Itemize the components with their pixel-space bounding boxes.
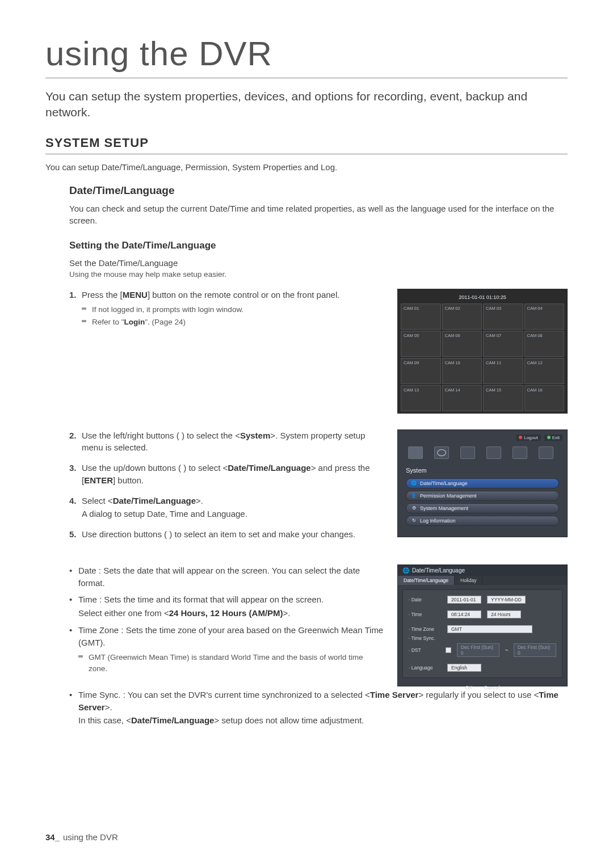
bullet-tz: Time Zone : Sets the time zone of your a… bbox=[69, 624, 384, 675]
green-dot-icon bbox=[547, 436, 551, 439]
page-footer: 34_using the DVR bbox=[45, 832, 118, 842]
step-text: Use the left/right buttons ( ) to select… bbox=[82, 431, 240, 440]
row-tz: Time Zone GMT bbox=[409, 625, 556, 633]
bullet-bold: Time Server bbox=[370, 690, 419, 700]
bullet-tail-bold: Date/Time/Language bbox=[131, 715, 214, 725]
step-bold: System bbox=[240, 431, 270, 440]
logout-label: Logout bbox=[524, 435, 538, 440]
bullet-tail-bold: 24 Hours, 12 Hours (AM/PM) bbox=[169, 608, 283, 618]
row-date: Date 2011-01-01 YYYY-MM-DD bbox=[409, 596, 556, 604]
step-sub: If not logged in, it prompts with login … bbox=[82, 304, 384, 315]
dtl-desc: You can check and setup the current Date… bbox=[69, 203, 568, 226]
bullet-tail-text: Select either one from < bbox=[78, 608, 169, 618]
date-time-dialog-screenshot: 🌐 Date/Time/Language Date/Time/Language … bbox=[397, 564, 568, 686]
label-lang: Language bbox=[409, 665, 442, 671]
row-lang: Language English bbox=[409, 664, 556, 672]
bullet-time: Time : Sets the time and its format that… bbox=[69, 593, 384, 620]
globe-icon: 🌐 bbox=[402, 567, 409, 574]
system-setup-desc: You can setup Date/Time/Language, Permis… bbox=[45, 162, 568, 172]
row-sync: Time Sync. bbox=[409, 635, 556, 641]
page-number: 34_ bbox=[45, 832, 60, 842]
step-num: 1. bbox=[69, 289, 77, 301]
step-bold: ENTER bbox=[84, 475, 113, 485]
bullet-sub: GMT (Greenwich Mean Time) is standard Wo… bbox=[78, 652, 384, 674]
bullet-tail-text: >. bbox=[283, 608, 291, 618]
lang-value: English bbox=[447, 664, 481, 672]
event-icon bbox=[486, 446, 501, 459]
cam-cell: CAM 02 bbox=[442, 304, 482, 330]
system-menu-screenshot: Logout Exit System 🌐Date/Time/Language 👤… bbox=[397, 429, 568, 537]
tilde-icon: ~ bbox=[505, 647, 508, 653]
cam-cell: CAM 01 bbox=[401, 304, 441, 330]
menu-icon-row bbox=[402, 444, 562, 465]
backup-icon bbox=[513, 446, 527, 459]
network-icon bbox=[539, 446, 553, 459]
cam-cell: CAM 14 bbox=[442, 385, 482, 411]
menu-item-sysmgmt: ⚙System Management bbox=[406, 503, 559, 513]
step-num: 2. bbox=[69, 429, 77, 442]
cam-cell: CAM 03 bbox=[483, 304, 523, 330]
date-format: YYYY-MM-DD bbox=[487, 596, 526, 604]
dvr-grid-screenshot: 2011-01-01 01:10:25 CAM 01 CAM 02 CAM 03… bbox=[397, 289, 568, 414]
tab-holiday: Holiday bbox=[455, 576, 482, 585]
dtl-heading: Date/Time/Language bbox=[69, 184, 568, 197]
dst-checkbox bbox=[446, 647, 451, 653]
globe-icon: 🌐 bbox=[411, 481, 417, 486]
date-value: 2011-01-01 bbox=[447, 596, 481, 604]
setting-line2: Using the mouse may help make setup easi… bbox=[69, 270, 568, 279]
bullet-tail-text: In this case, < bbox=[78, 715, 131, 725]
record-icon bbox=[460, 446, 475, 459]
cam-cell: CAM 04 bbox=[524, 304, 565, 330]
bullet-tail-text: > setup does not allow time adjustment. bbox=[214, 715, 364, 725]
menu-item-dtl: 🌐Date/Time/Language bbox=[406, 478, 559, 488]
system-heading: System bbox=[402, 465, 562, 476]
bullet-text: Time Zone : Sets the time zone of your a… bbox=[78, 625, 383, 647]
menu-item-permission: 👤Permission Management bbox=[406, 491, 559, 501]
red-dot-icon bbox=[519, 436, 522, 439]
cam-cell: CAM 11 bbox=[483, 358, 523, 384]
refresh-icon: ↻ bbox=[411, 518, 417, 524]
label-tz: Time Zone bbox=[409, 626, 442, 632]
bullet-sync: Time Sync. : You can set the DVR's curre… bbox=[69, 689, 568, 727]
cam-cell: CAM 07 bbox=[483, 331, 523, 357]
menu-item-label: System Management bbox=[420, 505, 468, 511]
label-sync: Time Sync. bbox=[409, 635, 442, 641]
bullet-text: >. bbox=[105, 702, 112, 712]
system-setup-heading: SYSTEM SETUP bbox=[45, 136, 568, 154]
exit-chip: Exit bbox=[544, 435, 562, 441]
camera-icon bbox=[434, 446, 449, 459]
dst-from: Dec First (Sun) 0 bbox=[457, 643, 499, 657]
setting-line1: Set the Date/Time/Language bbox=[69, 258, 568, 268]
menu-item-label: Log Information bbox=[420, 518, 456, 524]
dialog-title-bar: 🌐 Date/Time/Language bbox=[398, 565, 567, 576]
bullet-text: Time Sync. : You can set the DVR's curre… bbox=[78, 690, 370, 700]
step-5: 5. Use direction buttons ( ) to select a… bbox=[69, 528, 384, 541]
cam-cell: CAM 16 bbox=[524, 385, 565, 411]
step-sub-bold: Login bbox=[124, 318, 145, 326]
system-icon bbox=[408, 446, 423, 459]
menu-item-label: Date/Time/Language bbox=[420, 481, 468, 486]
step-sub-text: Refer to " bbox=[92, 318, 124, 326]
dialog-title: Date/Time/Language bbox=[412, 567, 465, 574]
bullet-text: Time : Sets the time and its format that… bbox=[78, 595, 324, 604]
step-num: 5. bbox=[69, 528, 77, 541]
step-bold: Date/Time/Language bbox=[228, 463, 310, 473]
dst-to: Dec First (Sun) 0 bbox=[514, 643, 556, 657]
user-icon: 👤 bbox=[411, 493, 417, 499]
cam-cell: CAM 15 bbox=[483, 385, 523, 411]
step-sub-text: ". (Page 24) bbox=[145, 318, 186, 326]
cam-cell: CAM 12 bbox=[524, 358, 565, 384]
bullet-text: > regularly if you select to use < bbox=[418, 690, 539, 700]
menu-item-log: ↻Log Information bbox=[406, 516, 559, 526]
exit-label: Exit bbox=[552, 435, 560, 440]
bullet-tail: In this case, <Date/Time/Language> setup… bbox=[78, 714, 568, 727]
cam-cell: CAM 08 bbox=[524, 331, 565, 357]
setting-heading: Setting the Date/Time/Language bbox=[69, 240, 568, 251]
tab-dtl: Date/Time/Language bbox=[398, 576, 455, 585]
step-3: 3. Use the up/down buttons ( ) to select… bbox=[69, 462, 384, 487]
cam-cell: CAM 09 bbox=[401, 358, 441, 384]
cam-cell: CAM 05 bbox=[401, 331, 441, 357]
menu-item-label: Permission Management bbox=[420, 493, 477, 499]
step-sub: Refer to "Login". (Page 24) bbox=[82, 317, 384, 328]
time-format: 24 Hours bbox=[487, 610, 521, 618]
